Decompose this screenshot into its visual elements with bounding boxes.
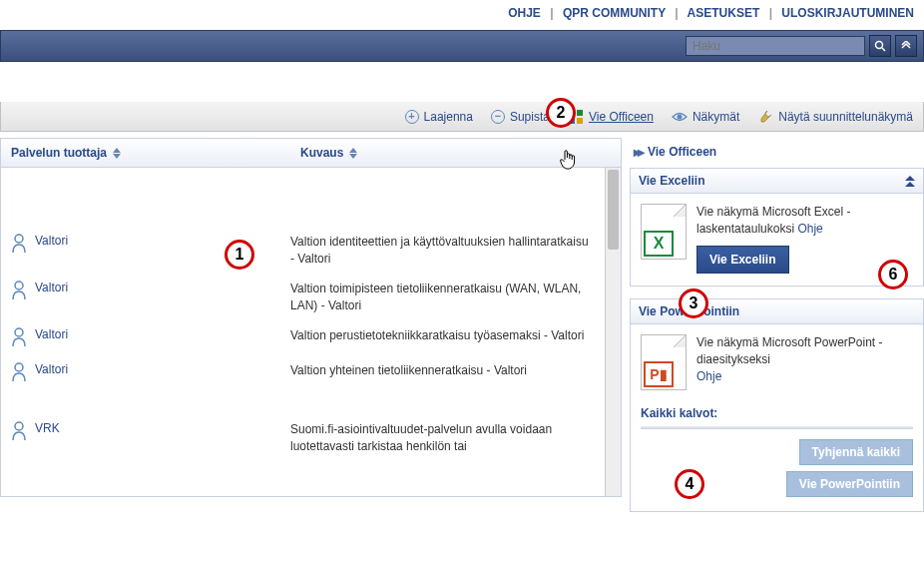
cell-producer: VRK xyxy=(11,421,290,456)
person-icon xyxy=(11,327,27,350)
search-button[interactable] xyxy=(869,35,891,57)
grid-header: Palvelun tuottaja Kuvaus xyxy=(0,138,622,168)
table-row: ValtoriValtion identiteettien ja käyttöv… xyxy=(1,228,621,275)
ppt-panel-header[interactable]: Vie PowerPointiin xyxy=(631,299,923,324)
collapse-panel-icon[interactable] xyxy=(905,176,915,187)
content-grid: Palvelun tuottaja Kuvaus ValtoriValtion … xyxy=(0,138,622,497)
scrollbar[interactable] xyxy=(605,168,621,496)
eye-icon xyxy=(672,109,688,125)
excel-desc: Vie näkymä Microsoft Excel -laskentataul… xyxy=(696,205,851,236)
table-row: ValtoriValtion yhteinen tietoliikennerat… xyxy=(1,356,621,415)
person-icon xyxy=(11,421,27,444)
export-excel-button[interactable]: Vie Exceliin xyxy=(696,246,789,275)
settings-link[interactable]: ASETUKSET xyxy=(688,6,760,20)
toolbar: + Laajenna − Supista Vie Officeen Näkymä… xyxy=(0,102,924,132)
collapse-label: Supista xyxy=(510,110,550,124)
annotation-2: 2 xyxy=(546,98,576,128)
ppt-panel-body: P▮ Vie näkymä Microsoft PowerPoint -diae… xyxy=(631,324,923,402)
producer-link[interactable]: Valtori xyxy=(35,362,68,376)
svg-rect-3 xyxy=(577,110,583,116)
excel-help-link[interactable]: Ohje xyxy=(797,222,822,236)
ppt-badge-icon: P▮ xyxy=(644,361,674,387)
collapse-button[interactable]: − Supista xyxy=(491,110,550,124)
export-office-button[interactable]: Vie Officeen xyxy=(568,109,654,125)
cell-description: Valtion perustietotekniikkaratkaisu työa… xyxy=(290,327,601,350)
logout-link[interactable]: ULOSKIRJAUTUMINEN xyxy=(781,6,914,20)
table-row: ValtoriValtion perustietotekniikkaratkai… xyxy=(1,321,621,356)
chevron-up-icon xyxy=(901,41,911,51)
person-icon xyxy=(11,281,27,303)
svg-point-0 xyxy=(876,42,883,49)
export-office-label: Vie Officeen xyxy=(589,110,654,124)
producer-link[interactable]: Valtori xyxy=(35,234,68,248)
all-slides-label: Kaikki kalvot: xyxy=(641,406,913,420)
grid-body: ValtoriValtion identiteettien ja käyttöv… xyxy=(0,168,622,497)
views-button[interactable]: Näkymät xyxy=(672,109,739,125)
producer-link[interactable]: Valtori xyxy=(35,281,68,294)
search-wrap xyxy=(686,35,917,57)
excel-panel-text: Vie näkymä Microsoft Excel -laskentataul… xyxy=(696,204,913,274)
excel-panel-heading: Vie Exceliin xyxy=(639,174,705,188)
ppt-help-link[interactable]: Ohje xyxy=(696,369,721,383)
collapse-header-button[interactable] xyxy=(895,35,917,57)
annotation-1: 1 xyxy=(225,240,254,270)
design-view-button[interactable]: Näytä suunnittelunäkymä xyxy=(757,109,913,125)
separator: | xyxy=(675,6,678,20)
help-link[interactable]: OHJE xyxy=(508,6,541,20)
design-view-label: Näytä suunnittelunäkymä xyxy=(778,110,913,124)
col-description-label: Kuvaus xyxy=(300,146,343,160)
producer-link[interactable]: VRK xyxy=(35,421,60,435)
scroll-thumb[interactable] xyxy=(608,170,619,250)
search-icon xyxy=(874,40,886,52)
expand-button[interactable]: + Laajenna xyxy=(405,110,473,124)
divider xyxy=(641,426,913,429)
person-icon xyxy=(11,362,27,385)
ppt-doc-icon: P▮ xyxy=(641,334,687,390)
cell-producer: Valtori xyxy=(11,362,290,409)
minus-circle-icon: − xyxy=(491,110,505,124)
ppt-panel-footer: Kaikki kalvot: Tyhjennä kaikki Vie Power… xyxy=(631,406,923,511)
cell-description: Valtion identiteettien ja käyttövaltuuks… xyxy=(290,234,601,269)
table-row: ValtoriValtion toimipisteen tietoliikenn… xyxy=(1,275,621,321)
annotation-4: 4 xyxy=(675,469,704,499)
main: Palvelun tuottaja Kuvaus ValtoriValtion … xyxy=(0,138,924,524)
column-header-producer[interactable]: Palvelun tuottaja xyxy=(1,146,290,160)
side-panel-title: ▸▸ Vie Officeen xyxy=(630,138,924,168)
svg-point-10 xyxy=(15,363,23,371)
cell-producer: Valtori xyxy=(11,281,290,315)
svg-point-7 xyxy=(15,235,23,243)
person-icon xyxy=(11,234,27,257)
cell-producer: Valtori xyxy=(11,327,290,350)
chevron-right-double-icon: ▸▸ xyxy=(634,144,642,160)
svg-point-8 xyxy=(15,282,23,289)
search-input[interactable] xyxy=(686,36,865,56)
excel-doc-icon: X xyxy=(641,204,687,260)
table-row: VRKSuomi.fi-asiointivaltuudet-palvelun a… xyxy=(1,415,621,462)
clear-all-button[interactable]: Tyhjennä kaikki xyxy=(799,439,913,465)
svg-point-11 xyxy=(15,422,23,430)
column-header-description[interactable]: Kuvaus xyxy=(290,146,367,160)
col-producer-label: Palvelun tuottaja xyxy=(11,146,107,160)
side-panel-title-text: Vie Officeen xyxy=(648,145,716,159)
sort-icon xyxy=(113,148,121,159)
header-bar xyxy=(0,30,924,62)
ppt-panel-text: Vie näkymä Microsoft PowerPoint -diaesit… xyxy=(696,334,913,384)
cell-description: Suomi.fi-asiointivaltuudet-palvelun avul… xyxy=(290,421,601,456)
producer-link[interactable]: Valtori xyxy=(35,327,68,341)
views-label: Näkymät xyxy=(693,110,739,124)
export-ppt-button[interactable]: Vie PowerPointiin xyxy=(786,471,913,497)
community-link[interactable]: QPR COMMUNITY xyxy=(563,6,666,20)
expand-label: Laajenna xyxy=(424,110,473,124)
excel-panel-header[interactable]: Vie Exceliin xyxy=(631,169,923,194)
wrench-icon xyxy=(757,109,773,125)
cell-description: Valtion toimipisteen tietoliikenneratkai… xyxy=(290,281,601,315)
annotation-6: 6 xyxy=(878,260,908,289)
svg-line-1 xyxy=(882,48,885,51)
side-panel: ▸▸ Vie Officeen Vie Exceliin X Vie näkym… xyxy=(630,138,924,524)
cursor-hand-icon xyxy=(559,150,577,172)
ppt-desc: Vie näkymä Microsoft PowerPoint -diaesit… xyxy=(696,335,883,366)
annotation-3: 3 xyxy=(679,288,708,318)
separator: | xyxy=(769,6,772,20)
excel-badge-icon: X xyxy=(644,231,674,257)
svg-rect-5 xyxy=(577,118,583,124)
